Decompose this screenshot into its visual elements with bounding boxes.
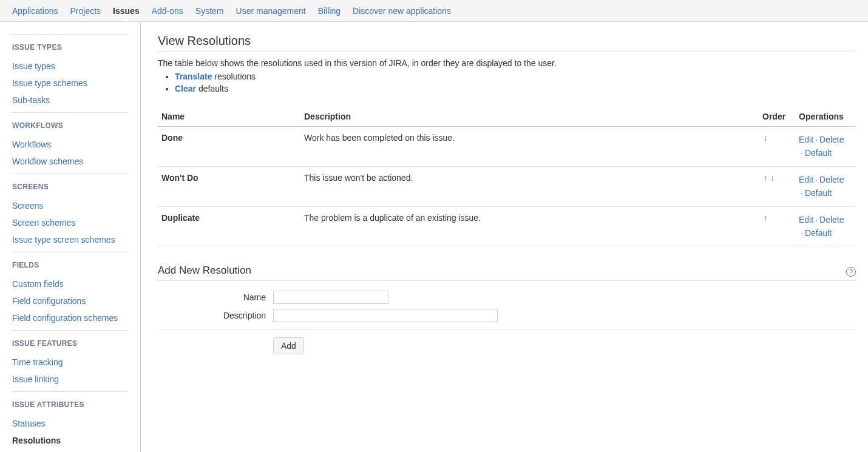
default-link[interactable]: Default xyxy=(805,228,832,238)
sidebar-item-resolutions[interactable]: Resolutions xyxy=(12,432,128,449)
page-title: View Resolutions xyxy=(158,34,856,52)
topnav-item-user-management[interactable]: User management xyxy=(236,1,306,21)
sidebar-heading: ISSUE TYPES xyxy=(12,43,128,52)
translate-suffix: resolutions xyxy=(214,72,256,81)
col-name: Name xyxy=(158,107,300,127)
table-row: DoneWork has been completed on this issu… xyxy=(158,127,856,167)
top-nav: ApplicationsProjectsIssuesAdd-onsSystemU… xyxy=(0,0,868,22)
row-name: Duplicate xyxy=(158,206,300,246)
intro-text: The table below shows the resolutions us… xyxy=(158,58,856,68)
arrow-up-icon[interactable]: ↑ xyxy=(762,213,769,223)
sidebar-item-issue-type-schemes[interactable]: Issue type schemes xyxy=(12,75,128,92)
default-link[interactable]: Default xyxy=(805,188,832,198)
sidebar-item-sub-tasks[interactable]: Sub-tasks xyxy=(12,92,128,109)
clear-link[interactable]: Clear xyxy=(175,84,196,93)
arrow-down-icon[interactable]: ↓ xyxy=(769,173,776,183)
add-resolution-header: Add New Resolution ? xyxy=(158,265,856,281)
topnav-item-projects[interactable]: Projects xyxy=(70,1,101,21)
table-row: Won't DoThis issue won't be actioned.↑↓E… xyxy=(158,166,856,206)
delete-link[interactable]: Delete xyxy=(819,175,844,184)
description-label: Description xyxy=(158,311,273,320)
sidebar-item-issue-linking[interactable]: Issue linking xyxy=(12,371,128,388)
row-operations: Edit·Delete·Default xyxy=(795,166,856,206)
topnav-item-system[interactable]: System xyxy=(195,1,224,21)
sidebar-item-screens[interactable]: Screens xyxy=(12,197,128,214)
topnav-item-issues[interactable]: Issues xyxy=(113,1,140,21)
resolutions-table-body: DoneWork has been completed on this issu… xyxy=(158,127,856,246)
sidebar-heading: SCREENS xyxy=(12,183,128,191)
row-description: This issue won't be actioned. xyxy=(300,166,759,206)
main-content: View Resolutions The table below shows t… xyxy=(141,22,868,452)
form-divider xyxy=(158,329,856,330)
table-row: DuplicateThe problem is a duplicate of a… xyxy=(158,206,856,246)
sidebar-item-workflows[interactable]: Workflows xyxy=(12,136,128,153)
delete-link[interactable]: Delete xyxy=(819,135,844,144)
default-link[interactable]: Default xyxy=(805,148,832,158)
sidebar-item-field-configurations[interactable]: Field configurations xyxy=(12,292,128,309)
action-list: Translate resolutions Clear defaults xyxy=(158,70,856,95)
sidebar-item-screen-schemes[interactable]: Screen schemes xyxy=(12,214,128,231)
topnav-item-add-ons[interactable]: Add-ons xyxy=(152,1,183,21)
translate-link[interactable]: Translate xyxy=(175,72,212,81)
sidebar-heading: FIELDS xyxy=(12,261,128,269)
name-input[interactable] xyxy=(273,291,388,304)
topnav-item-billing[interactable]: Billing xyxy=(318,1,341,21)
add-resolution-title: Add New Resolution xyxy=(158,265,251,277)
sidebar: ISSUE TYPESIssue typesIssue type schemes… xyxy=(0,22,141,452)
row-name: Won't Do xyxy=(158,166,300,206)
topnav-item-applications[interactable]: Applications xyxy=(12,1,58,21)
sidebar-item-issue-type-screen-schemes[interactable]: Issue type screen schemes xyxy=(12,231,128,248)
sidebar-section: WORKFLOWSWorkflowsWorkflow schemes xyxy=(12,112,128,174)
row-operations: Edit·Delete·Default xyxy=(795,127,856,167)
name-label: Name xyxy=(158,292,273,302)
clear-suffix: defaults xyxy=(198,84,228,93)
arrow-down-icon[interactable]: ↓ xyxy=(762,133,769,143)
edit-link[interactable]: Edit xyxy=(799,135,813,144)
row-name: Done xyxy=(158,127,300,167)
sidebar-item-issue-types[interactable]: Issue types xyxy=(12,58,128,75)
sidebar-heading: ISSUE FEATURES xyxy=(12,339,128,348)
col-order: Order xyxy=(759,107,795,127)
row-order: ↓ xyxy=(759,127,795,167)
resolutions-table: Name Description Order Operations DoneWo… xyxy=(158,107,856,246)
sidebar-section: SCREENSScreensScreen schemesIssue type s… xyxy=(12,174,128,252)
sidebar-heading: ISSUE ATTRIBUTES xyxy=(12,400,128,409)
description-input[interactable] xyxy=(273,309,498,322)
delete-link[interactable]: Delete xyxy=(819,215,844,224)
row-order: ↑ xyxy=(759,206,795,246)
sidebar-item-statuses[interactable]: Statuses xyxy=(12,415,128,432)
sidebar-section: FIELDSCustom fieldsField configurationsF… xyxy=(12,252,128,330)
sidebar-section: ISSUE FEATURESTime trackingIssue linking xyxy=(12,330,128,391)
row-operations: Edit·Delete·Default xyxy=(795,206,856,246)
help-icon[interactable]: ? xyxy=(846,267,856,277)
sidebar-section: ISSUE ATTRIBUTESStatusesResolutions xyxy=(12,391,128,452)
sidebar-heading: WORKFLOWS xyxy=(12,121,128,130)
sidebar-item-field-configuration-schemes[interactable]: Field configuration schemes xyxy=(12,309,128,326)
row-description: Work has been completed on this issue. xyxy=(300,127,759,167)
sidebar-section: ISSUE TYPESIssue typesIssue type schemes… xyxy=(12,34,128,112)
sidebar-item-time-tracking[interactable]: Time tracking xyxy=(12,354,128,371)
row-order: ↑↓ xyxy=(759,166,795,206)
col-description: Description xyxy=(300,107,759,127)
edit-link[interactable]: Edit xyxy=(799,175,813,184)
row-description: The problem is a duplicate of an existin… xyxy=(300,206,759,246)
topnav-item-discover-new-applications[interactable]: Discover new applications xyxy=(353,1,451,21)
edit-link[interactable]: Edit xyxy=(799,215,813,224)
arrow-up-icon[interactable]: ↑ xyxy=(762,173,769,183)
sidebar-item-workflow-schemes[interactable]: Workflow schemes xyxy=(12,153,128,170)
col-operations: Operations xyxy=(795,107,856,127)
sidebar-item-custom-fields[interactable]: Custom fields xyxy=(12,275,128,292)
add-button[interactable]: Add xyxy=(273,337,304,354)
